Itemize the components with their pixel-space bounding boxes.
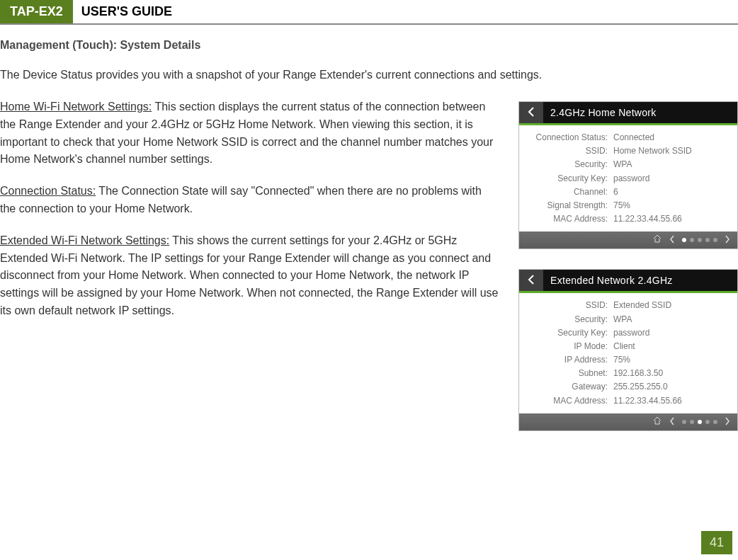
panel-body: SSID:Extended SSIDSecurity:WPASecurity K…	[519, 293, 737, 413]
label-connection-status: Connection Status:	[0, 185, 96, 197]
kv-row: IP Address:75%	[525, 353, 729, 367]
page-number: 41	[701, 531, 732, 554]
kv-row: Security:WPA	[525, 313, 729, 326]
page-content: Management (Touch): System Details The D…	[0, 25, 738, 431]
kv-row: Subnet:192.168.3.50	[525, 367, 729, 380]
kv-value: password	[613, 172, 729, 185]
body-text-column: Home Wi-Fi Network Settings: This sectio…	[0, 98, 499, 431]
kv-value: Extended SSID	[613, 299, 729, 312]
kv-row: Security:WPA	[525, 158, 729, 171]
kv-key: SSID:	[525, 299, 613, 312]
kv-row: Channel:6	[525, 185, 729, 199]
kv-key: Security:	[525, 313, 613, 326]
panel-footer	[519, 413, 737, 430]
intro-text: The Device Status provides you with a sn…	[0, 69, 738, 81]
kv-row: Security Key:password	[525, 326, 729, 340]
page-dot[interactable]	[713, 238, 717, 242]
kv-row: Connection Status:Connected	[525, 131, 729, 144]
product-badge: TAP-EX2	[0, 0, 73, 23]
kv-value: Connected	[613, 131, 729, 144]
kv-value: Home Network SSID	[613, 144, 729, 158]
prev-page-button[interactable]	[669, 416, 675, 428]
panel-title-bar: 2.4GHz Home Network	[519, 102, 737, 123]
kv-value: 11.22.33.44.55.66	[613, 394, 729, 408]
document-title: USER'S GUIDE	[73, 0, 181, 23]
kv-row: Security Key:password	[525, 172, 729, 185]
next-page-button[interactable]	[725, 234, 730, 246]
panel-title-text: Extended Network 2.4GHz	[550, 275, 673, 286]
kv-key: Security Key:	[525, 172, 613, 185]
page-dots	[682, 420, 717, 424]
paragraph-home-wifi: Home Wi-Fi Network Settings: This sectio…	[0, 98, 499, 168]
label-home-wifi: Home Wi-Fi Network Settings:	[0, 101, 152, 113]
paragraph-extended-wifi: Extended Wi-Fi Network Settings: This sh…	[0, 232, 499, 320]
panel-extended-network: Extended Network 2.4GHz SSID:Extended SS…	[518, 269, 738, 431]
kv-value: 75%	[613, 199, 729, 212]
chevron-left-icon	[528, 107, 535, 119]
kv-value: 192.168.3.50	[613, 367, 729, 380]
kv-key: MAC Address:	[525, 394, 613, 408]
kv-value: password	[613, 326, 729, 340]
kv-key: IP Address:	[525, 353, 613, 367]
page-dots	[682, 238, 717, 242]
section-heading: Management (Touch): System Details	[0, 39, 738, 52]
page-dot[interactable]	[713, 420, 717, 424]
document-header: TAP-EX2 USER'S GUIDE	[0, 0, 738, 25]
page-dot[interactable]	[682, 238, 686, 242]
kv-row: Signal Strength:75%	[525, 199, 729, 212]
kv-row: SSID:Home Network SSID	[525, 144, 729, 158]
page-dot[interactable]	[690, 420, 694, 424]
kv-value: 75%	[613, 353, 729, 367]
kv-value: WPA	[613, 158, 729, 171]
kv-key: Security:	[525, 158, 613, 171]
kv-key: Subnet:	[525, 367, 613, 380]
page-dot[interactable]	[690, 238, 694, 242]
kv-key: Security Key:	[525, 326, 613, 340]
kv-value: 6	[613, 185, 729, 199]
home-icon[interactable]	[652, 234, 662, 246]
panel-footer	[519, 232, 737, 248]
page-dot[interactable]	[705, 238, 710, 242]
prev-page-button[interactable]	[669, 234, 675, 246]
kv-row: SSID:Extended SSID	[525, 299, 729, 312]
kv-key: SSID:	[525, 144, 613, 158]
chevron-left-icon	[528, 275, 535, 287]
kv-key: MAC Address:	[525, 212, 613, 226]
kv-value: Client	[613, 340, 729, 353]
kv-key: Signal Strength:	[525, 199, 613, 212]
kv-row: MAC Address:11.22.33.44.55.66	[525, 394, 729, 408]
back-button[interactable]	[519, 102, 543, 123]
home-icon[interactable]	[652, 416, 662, 428]
kv-value: 11.22.33.44.55.66	[613, 212, 729, 226]
page-dot[interactable]	[698, 420, 702, 424]
kv-key: IP Mode:	[525, 340, 613, 353]
text-extended-wifi: This shows the current settings for your…	[0, 234, 498, 316]
panel-title-bar: Extended Network 2.4GHz	[519, 270, 737, 291]
page-dot[interactable]	[698, 238, 702, 242]
kv-key: Connection Status:	[525, 131, 613, 144]
kv-value: WPA	[613, 313, 729, 326]
paragraph-connection-status: Connection Status: The Connection State …	[0, 183, 499, 218]
kv-row: MAC Address:11.22.33.44.55.66	[525, 212, 729, 226]
panel-body: Connection Status:ConnectedSSID:Home Net…	[519, 125, 737, 232]
panel-home-network: 2.4GHz Home Network Connection Status:Co…	[518, 101, 738, 249]
screenshots-column: 2.4GHz Home Network Connection Status:Co…	[518, 98, 738, 431]
next-page-button[interactable]	[725, 416, 730, 428]
kv-key: Channel:	[525, 185, 613, 199]
kv-value: 255.255.255.0	[613, 380, 729, 394]
page-dot[interactable]	[682, 420, 686, 424]
kv-row: Gateway:255.255.255.0	[525, 380, 729, 394]
back-button[interactable]	[519, 270, 543, 291]
page-dot[interactable]	[705, 420, 710, 424]
kv-key: Gateway:	[525, 380, 613, 394]
panel-title-text: 2.4GHz Home Network	[550, 107, 657, 118]
label-extended-wifi: Extended Wi-Fi Network Settings:	[0, 234, 169, 246]
kv-row: IP Mode:Client	[525, 340, 729, 353]
